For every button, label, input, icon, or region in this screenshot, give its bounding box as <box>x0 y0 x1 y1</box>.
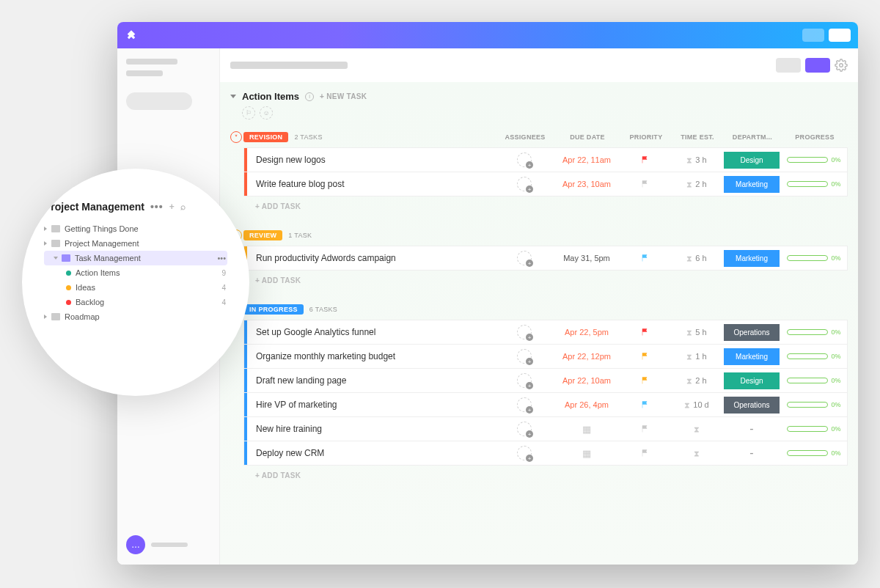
filter-icon[interactable]: ⚐ <box>242 106 255 120</box>
task-name[interactable]: Hire VP of marketing <box>247 400 495 410</box>
chat-icon[interactable]: … <box>126 535 145 554</box>
priority-flag-icon[interactable] <box>641 254 650 262</box>
add-task-link[interactable]: + ADD TASK <box>246 271 848 290</box>
priority-flag-icon[interactable] <box>641 352 650 361</box>
sidebar-folder-item[interactable]: Task Management••• <box>44 251 227 265</box>
sidebar-folder-item[interactable]: Roadmap <box>44 309 227 324</box>
sidebar-folder-item[interactable]: Project Management <box>44 236 227 251</box>
plus-icon[interactable]: + <box>169 202 175 212</box>
assignee-add-icon[interactable] <box>517 373 532 388</box>
due-date[interactable]: Apr 22, 11am <box>554 155 620 164</box>
due-date[interactable]: May 31, 5pm <box>554 254 620 262</box>
due-date[interactable]: Apr 22, 12pm <box>554 352 620 361</box>
assignee-add-icon[interactable] <box>517 325 532 339</box>
sidebar-folder-item[interactable]: Getting Things Done <box>44 221 227 236</box>
task-name[interactable]: Deploy new CRM <box>247 448 495 458</box>
department-tag[interactable]: Design <box>724 372 780 389</box>
department-tag[interactable]: Design <box>724 152 780 169</box>
sidebar-list-item[interactable]: Action Items9 <box>44 265 227 280</box>
sidebar-list-item[interactable]: Ideas4 <box>44 280 227 295</box>
status-label[interactable]: IN PROGRESS <box>243 304 304 315</box>
hourglass-icon: ⧗ <box>686 352 692 361</box>
task-row[interactable]: Organize monthly marketing budget Apr 22… <box>243 344 848 369</box>
task-name[interactable]: Write feature blog post <box>247 179 495 189</box>
task-name[interactable]: Run productivity Adwords campaign <box>247 253 495 263</box>
time-estimate[interactable]: ⧗ <box>671 425 722 434</box>
task-name[interactable]: Organize monthly marketing budget <box>247 351 495 361</box>
status-label[interactable]: REVISION <box>243 132 288 142</box>
priority-flag-icon[interactable] <box>641 180 650 188</box>
add-task-link[interactable]: + ADD TASK <box>246 196 848 216</box>
hourglass-icon: ⧗ <box>686 155 692 165</box>
task-name[interactable]: Design new logos <box>247 155 495 165</box>
priority-flag-icon[interactable] <box>641 400 650 409</box>
hourglass-icon[interactable]: ⧗ <box>694 449 700 458</box>
priority-flag-icon[interactable] <box>641 376 650 385</box>
assignee-add-icon[interactable] <box>517 152 532 167</box>
tree-label: Project Management <box>65 239 226 248</box>
more-icon[interactable]: ••• <box>217 254 226 262</box>
task-row[interactable]: Draft new landing page Apr 22, 10am ⧗2 h… <box>243 368 848 393</box>
priority-flag-icon[interactable] <box>641 449 650 457</box>
task-row[interactable]: Design new logos Apr 22, 11am ⧗3 h Desig… <box>243 147 848 172</box>
time-estimate[interactable]: ⧗ <box>671 449 722 458</box>
new-task-link[interactable]: + NEW TASK <box>320 92 367 100</box>
due-date[interactable]: Apr 22, 5pm <box>554 328 620 337</box>
time-estimate[interactable]: ⧗6 h <box>671 254 722 263</box>
time-estimate[interactable]: ⧗10 d <box>671 400 722 410</box>
hourglass-icon[interactable]: ⧗ <box>694 425 700 434</box>
time-estimate[interactable]: ⧗1 h <box>671 352 722 361</box>
calendar-icon[interactable]: ▦ <box>582 448 591 459</box>
collapse-status-icon[interactable]: ˅ <box>230 131 242 143</box>
view-toggle-button-active[interactable] <box>805 58 830 73</box>
more-icon[interactable]: ••• <box>150 201 164 213</box>
view-toggle-button[interactable] <box>776 58 801 73</box>
add-task-link[interactable]: + ADD TASK <box>246 466 848 485</box>
status-label[interactable]: REVIEW <box>243 230 282 240</box>
task-row[interactable]: Run productivity Adwords campaign May 31… <box>243 246 848 271</box>
caret-down-icon[interactable] <box>230 95 236 98</box>
col-priority: PRIORITY <box>620 133 672 141</box>
time-estimate[interactable]: ⧗5 h <box>671 328 722 337</box>
search-icon[interactable]: ⌕ <box>180 202 186 212</box>
task-name[interactable]: New hire training <box>247 424 495 434</box>
task-name[interactable]: Set up Google Analytics funnel <box>247 327 495 337</box>
assignee-add-icon[interactable] <box>517 422 532 436</box>
due-date[interactable]: Apr 22, 10am <box>554 376 620 385</box>
department-tag[interactable]: Operations <box>724 324 780 341</box>
assignee-add-icon[interactable] <box>517 349 532 364</box>
info-icon[interactable]: i <box>305 92 314 101</box>
titlebar-button[interactable] <box>802 29 824 42</box>
task-name[interactable]: Draft new landing page <box>247 375 495 386</box>
due-date[interactable]: Apr 23, 10am <box>554 180 620 188</box>
due-date[interactable]: Apr 26, 4pm <box>554 400 620 409</box>
department-tag[interactable]: Marketing <box>724 176 780 193</box>
time-estimate[interactable]: ⧗3 h <box>671 155 722 165</box>
task-row[interactable]: Deploy new CRM ▦ ⧗ - 0% <box>243 441 848 466</box>
department-tag[interactable]: Operations <box>724 397 780 414</box>
assignee-add-icon[interactable] <box>517 177 532 191</box>
time-estimate[interactable]: ⧗2 h <box>671 180 722 189</box>
gear-icon[interactable] <box>835 59 848 72</box>
department-tag[interactable]: Marketing <box>724 348 780 365</box>
assignee-add-icon[interactable] <box>517 446 532 460</box>
search-pill[interactable] <box>126 92 192 110</box>
task-row[interactable]: New hire training ▦ ⧗ - 0% <box>243 416 848 441</box>
priority-flag-icon[interactable] <box>641 425 650 433</box>
sidebar-list-item[interactable]: Backlog4 <box>44 295 227 309</box>
priority-flag-icon[interactable] <box>641 328 650 337</box>
due-date[interactable]: ▦ <box>554 448 620 459</box>
task-row[interactable]: Write feature blog post Apr 23, 10am ⧗2 … <box>243 172 848 196</box>
assignee-filter-icon[interactable]: ☺ <box>260 106 273 120</box>
time-estimate[interactable]: ⧗2 h <box>671 376 722 386</box>
titlebar-button[interactable] <box>829 29 851 42</box>
progress-bar <box>787 402 828 408</box>
due-date[interactable]: ▦ <box>554 424 620 435</box>
assignee-add-icon[interactable] <box>517 251 532 265</box>
task-row[interactable]: Set up Google Analytics funnel Apr 22, 5… <box>243 320 848 345</box>
calendar-icon[interactable]: ▦ <box>582 424 591 435</box>
task-row[interactable]: Hire VP of marketing Apr 26, 4pm ⧗10 d O… <box>243 392 848 417</box>
assignee-add-icon[interactable] <box>517 397 532 412</box>
department-tag[interactable]: Marketing <box>724 250 780 267</box>
priority-flag-icon[interactable] <box>641 155 650 164</box>
